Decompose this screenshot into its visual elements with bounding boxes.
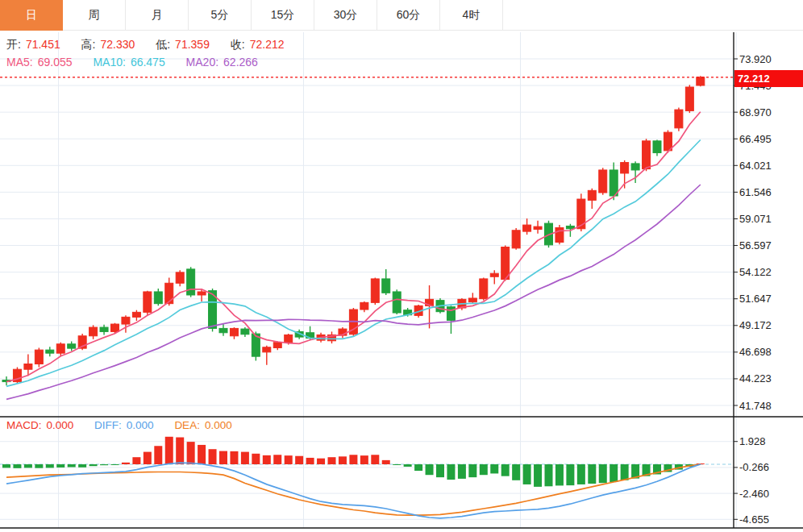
candle[interactable] [480, 279, 488, 299]
candle[interactable] [100, 327, 108, 331]
candle[interactable] [68, 344, 76, 348]
macd-bar[interactable] [2, 464, 10, 468]
macd-bar[interactable] [122, 463, 130, 464]
macd-bar[interactable] [566, 464, 574, 485]
candle[interactable] [610, 170, 618, 196]
macd-bar[interactable] [577, 464, 585, 484]
macd-bar[interactable] [241, 452, 249, 464]
candle[interactable] [144, 292, 152, 312]
macd-bar[interactable] [24, 464, 32, 468]
candle[interactable] [588, 190, 596, 200]
candle[interactable] [241, 329, 249, 335]
candle[interactable] [165, 283, 173, 303]
macd-bar[interactable] [100, 464, 108, 465]
macd-bar[interactable] [599, 464, 607, 483]
macd-bar[interactable] [78, 464, 86, 468]
candle[interactable] [24, 364, 32, 370]
candle[interactable] [534, 227, 542, 229]
candle[interactable] [371, 279, 379, 302]
candle[interactable] [447, 307, 455, 321]
candle[interactable] [273, 343, 281, 348]
candlestick-chart[interactable]: 73.92071.44568.97066.49564.02161.54659.0… [0, 31, 803, 532]
macd-bar[interactable] [35, 464, 43, 468]
candle[interactable] [675, 110, 683, 128]
candle[interactable] [621, 163, 629, 173]
candle[interactable] [490, 273, 498, 276]
candle[interactable] [512, 231, 520, 248]
candle[interactable] [122, 317, 130, 324]
candle[interactable] [198, 292, 206, 295]
macd-bar[interactable] [111, 464, 119, 465]
candle[interactable] [468, 298, 476, 302]
macd-bar[interactable] [285, 455, 293, 464]
candle[interactable] [360, 302, 368, 310]
candle[interactable] [263, 347, 271, 352]
candle[interactable] [89, 327, 98, 336]
candle[interactable] [382, 279, 390, 293]
macd-bar[interactable] [144, 452, 152, 464]
macd-bar[interactable] [371, 455, 379, 464]
macd-bar[interactable] [588, 464, 596, 484]
macd-bar[interactable] [436, 464, 444, 477]
macd-bar[interactable] [165, 437, 173, 464]
candle[interactable] [643, 141, 651, 169]
macd-bar[interactable] [545, 464, 553, 486]
candle[interactable] [35, 350, 43, 364]
macd-bar[interactable] [328, 457, 336, 464]
macd-bar[interactable] [468, 464, 476, 477]
tab-month[interactable]: 月 [126, 0, 189, 31]
tab-5min[interactable]: 5分 [189, 0, 252, 31]
macd-bar[interactable] [382, 460, 390, 464]
candle[interactable] [111, 324, 119, 331]
candle[interactable] [566, 226, 574, 228]
candle[interactable] [176, 272, 184, 283]
macd-bar[interactable] [447, 464, 455, 480]
macd-bar[interactable] [512, 464, 520, 480]
candle[interactable] [501, 247, 510, 279]
candle[interactable] [664, 132, 672, 151]
candle[interactable] [219, 328, 227, 332]
macd-bar[interactable] [230, 451, 238, 464]
macd-bar[interactable] [13, 464, 21, 468]
candle[interactable] [56, 344, 64, 353]
macd-bar[interactable] [198, 445, 206, 464]
macd-bar[interactable] [176, 438, 184, 464]
macd-bar[interactable] [360, 455, 368, 464]
candle[interactable] [523, 225, 531, 231]
tab-60min[interactable]: 60分 [377, 0, 440, 31]
candle[interactable] [285, 335, 293, 342]
macd-bar[interactable] [306, 458, 314, 464]
macd-bar[interactable] [317, 459, 325, 464]
macd-bar[interactable] [68, 464, 76, 468]
macd-bar[interactable] [414, 464, 422, 471]
macd-bar[interactable] [621, 464, 629, 480]
candle[interactable] [230, 328, 238, 335]
candle[interactable] [631, 164, 639, 170]
macd-bar[interactable] [404, 464, 412, 467]
macd-bar[interactable] [89, 464, 98, 466]
macd-bar[interactable] [610, 464, 618, 482]
candle[interactable] [599, 170, 607, 193]
candle[interactable] [46, 350, 54, 353]
macd-bar[interactable] [555, 464, 564, 485]
macd-bar[interactable] [132, 457, 140, 464]
macd-bar[interactable] [56, 464, 64, 468]
candle[interactable] [132, 312, 140, 317]
tab-30min[interactable]: 30分 [314, 0, 377, 31]
macd-bar[interactable] [490, 464, 498, 473]
macd-bar[interactable] [349, 455, 357, 464]
macd-bar[interactable] [263, 455, 271, 464]
tab-day[interactable]: 日 [0, 0, 63, 31]
macd-bar[interactable] [295, 456, 303, 464]
macd-bar[interactable] [209, 449, 217, 464]
tab-week[interactable]: 周 [63, 0, 126, 31]
macd-bar[interactable] [339, 456, 347, 464]
macd-bar[interactable] [154, 446, 162, 464]
candle[interactable] [685, 87, 693, 110]
candle[interactable] [154, 292, 162, 304]
macd-bar[interactable] [273, 455, 281, 464]
macd-bar[interactable] [426, 464, 434, 475]
macd-bar[interactable] [458, 464, 466, 479]
macd-bar[interactable] [523, 464, 531, 484]
candle[interactable] [187, 269, 195, 295]
